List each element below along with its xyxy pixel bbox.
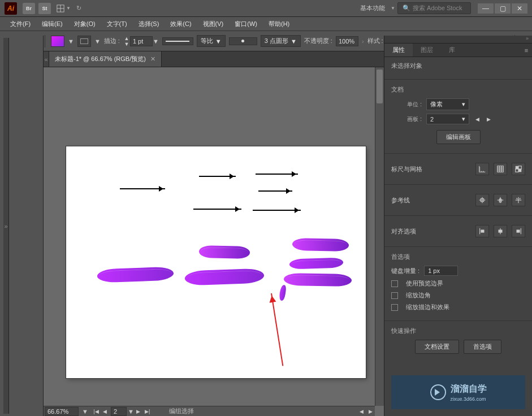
brush-profile-dropdown[interactable] [229, 37, 257, 45]
document-tab-title: 未标题-1* @ 66.67% (RGB/预览) [55, 55, 146, 63]
document-setup-button[interactable]: 文档设置 [415, 340, 459, 354]
hscroll-left[interactable]: ◀ [357, 408, 366, 415]
scale-corners-checkbox[interactable] [391, 292, 398, 299]
tab-layers[interactable]: 图层 [413, 44, 441, 57]
canvas-viewport[interactable]: ▼ |◀ ◀ ▼ ▶ ▶| 编组选择 ◀ ▶ [44, 67, 384, 416]
scale-strokes-label[interactable]: 缩放描边和效果 [406, 303, 449, 311]
grid-icon[interactable] [494, 163, 507, 175]
show-guides-icon[interactable] [475, 194, 489, 206]
watermark: 溜溜自学 zixue.3d66.com [391, 375, 525, 409]
align-to-artboard-icon[interactable] [475, 225, 489, 237]
chevron-down-icon: ▼ [66, 6, 71, 11]
artwork-stroke [253, 210, 301, 211]
hscroll-right[interactable]: ▶ [366, 408, 375, 415]
next-artboard-arrow[interactable]: ▶ [485, 116, 492, 122]
unit-select[interactable]: 像素▾ [426, 98, 469, 110]
artwork-stroke [193, 209, 241, 210]
app-logo-icon: Ai [5, 2, 17, 15]
opacity-label[interactable]: 不透明度 : [304, 37, 332, 45]
artwork-stroke [199, 176, 236, 177]
brush-definition[interactable]: 3 点圆形▼ [261, 35, 301, 47]
document-tab[interactable]: 未标题-1* @ 66.67% (RGB/预览) ✕ [49, 51, 162, 67]
panel-menu-icon[interactable]: ≡ [521, 44, 532, 57]
chevron-down-icon[interactable]: ▼ [391, 6, 395, 11]
artboard-select[interactable]: 2▾ [426, 114, 469, 124]
artboard-number-input[interactable] [111, 407, 127, 416]
search-stock-input[interactable]: 🔍搜索 Adobe Stock [397, 2, 471, 14]
align-to-key-icon[interactable] [512, 225, 525, 237]
first-artboard-button[interactable]: |◀ [92, 408, 101, 415]
maximize-button[interactable]: ▢ [495, 3, 511, 14]
menu-type[interactable]: 文字(T) [101, 20, 133, 28]
zoom-input[interactable] [45, 407, 79, 416]
ruler-icon[interactable] [475, 163, 489, 175]
prev-artboard-arrow[interactable]: ◀ [474, 116, 481, 122]
collapse-dock-button[interactable]: » [384, 36, 532, 44]
width-profile-mode[interactable]: 等比▼ [197, 35, 226, 47]
menu-window[interactable]: 窗口(W) [229, 20, 263, 28]
close-tab-icon[interactable]: ✕ [150, 55, 155, 63]
smart-guides-icon[interactable] [512, 194, 525, 206]
menu-object[interactable]: 对象(O) [68, 20, 101, 28]
stroke-label[interactable]: 描边 : [104, 37, 120, 45]
stroke-weight-stepper[interactable]: ▲▼ ▼ [123, 36, 159, 47]
title-bar: Ai Br St ▼ ↻ 基本功能 ▼ 🔍搜索 Adobe Stock — ▢ … [0, 0, 532, 17]
close-button[interactable]: ✕ [512, 3, 527, 14]
stroke-type-dropdown[interactable] [162, 37, 193, 45]
edit-artboards-button[interactable]: 编辑画板 [436, 130, 481, 144]
last-artboard-button[interactable]: ▶| [143, 408, 152, 415]
artwork-brush [199, 245, 250, 259]
vertical-scrollbar[interactable] [375, 67, 384, 406]
tab-properties[interactable]: 属性 [384, 44, 413, 57]
menu-effect[interactable]: 效果(C) [165, 20, 197, 28]
minimize-button[interactable]: — [478, 3, 494, 14]
prev-artboard-button[interactable]: ◀ [101, 408, 110, 415]
menu-bar: 文件(F) 编辑(E) 对象(O) 文字(T) 选择(S) 效果(C) 视图(V… [0, 17, 532, 31]
guides-label: 参考线 [391, 196, 410, 205]
opacity-input[interactable] [336, 36, 358, 46]
toolbox-drag-handle[interactable] [3, 414, 40, 416]
next-artboard-button[interactable]: ▶ [134, 408, 143, 415]
section-document: 文档 [391, 85, 525, 94]
keyboard-increment-label: 键盘增量 : [391, 267, 419, 275]
scale-strokes-checkbox[interactable] [391, 304, 398, 311]
tab-libraries[interactable]: 库 [441, 44, 463, 57]
style-label[interactable]: 样式 : [367, 37, 383, 45]
align-to-selection-icon[interactable] [494, 225, 507, 237]
fill-swatch[interactable] [51, 36, 64, 47]
workspace-label[interactable]: 基本功能 [360, 4, 387, 12]
artwork-brush [97, 267, 174, 283]
menu-view[interactable]: 视图(V) [197, 20, 230, 28]
menu-help[interactable]: 帮助(H) [263, 20, 295, 28]
status-mode-label[interactable]: 编组选择 [169, 407, 194, 415]
svg-rect-39 [498, 166, 504, 172]
svg-rect-59 [499, 229, 503, 232]
menu-edit[interactable]: 编辑(E) [36, 20, 68, 28]
artboard[interactable] [66, 146, 366, 378]
menu-select[interactable]: 选择(S) [133, 20, 165, 28]
toolbox: » [0, 36, 44, 416]
transparency-grid-icon[interactable] [512, 163, 525, 175]
scrollbar-thumb[interactable] [377, 70, 383, 103]
stroke-weight-input[interactable] [130, 36, 153, 46]
keyboard-increment-input[interactable] [424, 266, 458, 276]
scale-corners-label[interactable]: 缩放边角 [406, 291, 431, 300]
artwork-brush [292, 238, 349, 252]
arrange-documents-icon[interactable]: ▼ [57, 5, 71, 12]
preview-bounds-label[interactable]: 使用预览边界 [406, 279, 443, 288]
stock-icon[interactable]: St [38, 3, 51, 14]
stroke-swatch[interactable] [77, 36, 91, 47]
svg-rect-44 [516, 166, 518, 169]
artwork-brush [279, 284, 287, 301]
bridge-icon[interactable]: Br [23, 3, 35, 14]
toolbox-expand-handle[interactable]: » [3, 38, 9, 414]
lock-guides-icon[interactable] [494, 194, 507, 206]
sync-icon[interactable]: ↻ [76, 5, 81, 12]
preview-bounds-checkbox[interactable] [391, 280, 398, 287]
menu-file[interactable]: 文件(F) [5, 20, 36, 28]
document-tab-strip: « 未标题-1* @ 66.67% (RGB/预览) ✕ [44, 51, 384, 67]
align-options-label: 对齐选项 [391, 227, 416, 236]
preferences-button[interactable]: 首选项 [464, 340, 501, 354]
watermark-brand: 溜溜自学 [451, 384, 487, 393]
expand-panels-handle[interactable]: « [44, 51, 49, 67]
